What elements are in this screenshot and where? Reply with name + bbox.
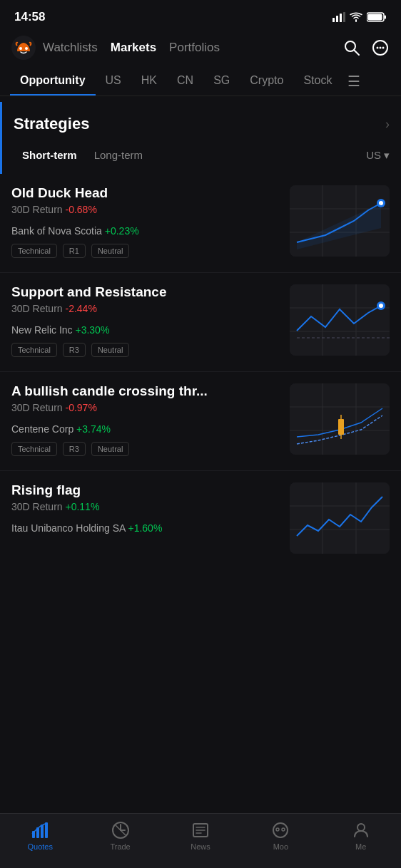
- svg-rect-2: [340, 14, 342, 22]
- market-tabs: Opportunity US HK CN SG Crypto Stock ☰: [0, 67, 401, 96]
- card-return-value: -2.44%: [65, 303, 96, 314]
- filter-short-term[interactable]: Short-term: [14, 145, 86, 165]
- strategy-filter: Short-term Long-term US ▾: [2, 142, 401, 174]
- status-icons: [333, 12, 387, 22]
- card-chart-1: [290, 185, 390, 257]
- nav-actions: [342, 38, 390, 57]
- market-tab-sg[interactable]: SG: [203, 67, 240, 96]
- bottom-nav-trade[interactable]: Trade: [99, 821, 142, 851]
- card-stock: New Relic Inc +3.30%: [11, 324, 281, 336]
- trade-icon: [111, 821, 130, 839]
- bottom-nav: Quotes Trade News Moo: [0, 813, 401, 868]
- svg-rect-47: [41, 825, 44, 838]
- card-title: Old Duck Head: [11, 185, 281, 201]
- tag-r1: R1: [63, 244, 86, 258]
- tag-r3: R3: [63, 442, 86, 456]
- filter-region[interactable]: US ▾: [366, 149, 390, 162]
- market-tab-cn[interactable]: CN: [167, 67, 203, 96]
- card-return: 30D Return -0.68%: [11, 204, 281, 215]
- card-return: 30D Return +0.11%: [11, 501, 281, 512]
- card-return: 30D Return -2.44%: [11, 303, 281, 314]
- strategies-title: Strategies: [14, 115, 89, 133]
- strategy-card-support-resistance[interactable]: Support and Resistance 30D Return -2.44%…: [0, 273, 401, 372]
- battery-icon: [367, 12, 387, 22]
- card-tags: Technical R1 Neutral: [11, 244, 281, 258]
- svg-point-9: [25, 47, 28, 50]
- svg-rect-37: [338, 419, 344, 435]
- status-bar: 14:58: [0, 0, 401, 31]
- svg-rect-6: [385, 16, 387, 19]
- svg-point-14: [380, 47, 382, 49]
- trade-label: Trade: [110, 842, 130, 851]
- card-tags: Technical R3 Neutral: [11, 442, 281, 456]
- news-icon: [191, 821, 210, 839]
- card-title: Support and Resistance: [11, 284, 281, 300]
- strategies-chevron[interactable]: ›: [385, 117, 390, 132]
- market-tab-stock[interactable]: Stock: [293, 67, 342, 96]
- signal-icon: [333, 12, 345, 22]
- nav-tab-portfolios[interactable]: Portfolios: [169, 41, 220, 55]
- nav-tab-watchlists[interactable]: Watchlists: [43, 41, 98, 55]
- market-tab-opportunity[interactable]: Opportunity: [10, 67, 96, 96]
- card-stock-change: +1.60%: [128, 522, 162, 534]
- market-tab-crypto[interactable]: Crypto: [240, 67, 293, 96]
- card-stock-change: +3.30%: [75, 324, 109, 336]
- search-icon[interactable]: [342, 38, 361, 57]
- svg-point-56: [273, 823, 288, 837]
- tag-neutral: Neutral: [91, 244, 129, 258]
- svg-point-57: [276, 828, 279, 831]
- card-chart-4: [290, 482, 390, 554]
- card-content: Old Duck Head 30D Return -0.68% Bank of …: [11, 185, 281, 258]
- card-return-value: +0.11%: [65, 501, 99, 512]
- strategy-card-rising-flag[interactable]: Rising flag 30D Return +0.11% Itau Uniba…: [0, 471, 401, 568]
- quotes-label: Quotes: [27, 842, 52, 851]
- me-label: Me: [355, 842, 366, 851]
- svg-point-30: [379, 304, 383, 308]
- card-return-value: -0.68%: [65, 204, 96, 215]
- tag-neutral: Neutral: [91, 343, 129, 357]
- moo-label: Moo: [273, 842, 288, 851]
- nav-tabs: Watchlists Markets Portfolios: [43, 41, 342, 55]
- strategies-section: Strategies › Short-term Long-term US ▾: [0, 102, 401, 174]
- logo-area: [11, 36, 36, 60]
- status-time: 14:58: [14, 10, 45, 24]
- card-stock-change: +0.23%: [105, 225, 139, 237]
- filter-long-term[interactable]: Long-term: [86, 145, 151, 165]
- market-tab-hk[interactable]: HK: [131, 67, 167, 96]
- card-stock: Bank of Nova Scotia +0.23%: [11, 225, 281, 237]
- svg-rect-5: [368, 14, 382, 21]
- market-tabs-menu[interactable]: ☰: [345, 67, 363, 95]
- market-tab-us[interactable]: US: [96, 67, 131, 96]
- tag-r3: R3: [63, 343, 86, 357]
- bottom-nav-quotes[interactable]: Quotes: [19, 821, 61, 851]
- filter-region-arrow: ▾: [384, 149, 390, 162]
- card-title: Rising flag: [11, 482, 281, 498]
- card-chart-3: [290, 383, 390, 455]
- card-chart-2: [290, 284, 390, 356]
- me-icon: [352, 821, 370, 839]
- svg-rect-1: [336, 16, 338, 22]
- top-nav: Watchlists Markets Portfolios: [0, 31, 401, 67]
- bottom-nav-me[interactable]: Me: [340, 821, 382, 851]
- strategy-card-old-duck-head[interactable]: Old Duck Head 30D Return -0.68% Bank of …: [0, 174, 401, 273]
- svg-rect-24: [290, 284, 390, 356]
- svg-rect-40: [290, 482, 390, 554]
- card-content: Rising flag 30D Return +0.11% Itau Uniba…: [11, 482, 281, 554]
- svg-point-13: [377, 47, 379, 49]
- svg-point-8: [19, 47, 22, 50]
- nav-tab-markets[interactable]: Markets: [111, 41, 156, 55]
- moo-icon: [271, 821, 290, 839]
- chat-icon[interactable]: [371, 38, 390, 57]
- bottom-nav-news[interactable]: News: [179, 821, 222, 851]
- news-label: News: [191, 842, 210, 851]
- svg-rect-48: [45, 822, 48, 838]
- bottom-nav-moo[interactable]: Moo: [259, 821, 302, 851]
- svg-point-15: [382, 47, 385, 49]
- tag-technical: Technical: [11, 442, 57, 456]
- card-stock-change: +3.74%: [76, 423, 111, 435]
- svg-point-59: [357, 824, 365, 831]
- svg-rect-0: [333, 18, 335, 22]
- svg-point-58: [282, 828, 285, 831]
- app-logo: [11, 36, 36, 60]
- strategy-card-bullish-candle[interactable]: A bullish candle crossing thr... 30D Ret…: [0, 372, 401, 471]
